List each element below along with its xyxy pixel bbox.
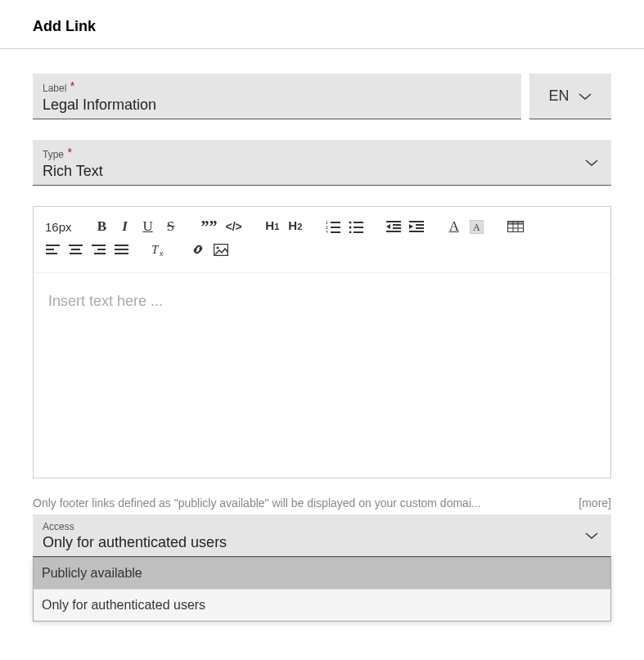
svg-text:x: x (160, 249, 164, 257)
dialog-title: Add Link (33, 18, 611, 35)
clear-format-icon[interactable]: T x (151, 241, 168, 258)
link-icon[interactable] (191, 241, 205, 258)
heading1-icon[interactable]: H1 (265, 218, 280, 235)
svg-point-10 (349, 231, 351, 234)
editor-textarea[interactable]: Insert text here ... (34, 273, 610, 478)
text-color-icon[interactable]: A (447, 218, 462, 235)
heading2-icon[interactable]: H2 (288, 218, 303, 235)
dialog-content: Label * Legal Information EN Type * Rich… (0, 49, 644, 630)
type-select[interactable]: Type * Rich Text (33, 140, 611, 186)
code-icon[interactable]: </> (226, 218, 242, 235)
quote-icon[interactable]: ”” (201, 218, 218, 235)
editor-placeholder: Insert text here ... (48, 293, 596, 310)
strikethrough-icon[interactable]: S (164, 218, 178, 235)
ordered-list-icon[interactable]: 1 2 3 (326, 218, 340, 235)
hint-text: Only footer links defined as "publicly a… (33, 496, 574, 510)
svg-marker-16 (386, 224, 390, 229)
editor-toolbar: 16px B I U S ”” </> H1 H2 1 (34, 207, 610, 273)
svg-text:3: 3 (326, 230, 328, 233)
align-justify-icon[interactable] (114, 241, 128, 258)
dialog-header: Add Link (0, 0, 644, 49)
align-left-icon[interactable] (45, 241, 60, 258)
access-select[interactable]: Access Only for authenticated users (33, 514, 611, 557)
label-field[interactable]: Label * Legal Information (33, 74, 521, 119)
outdent-icon[interactable] (386, 218, 401, 235)
svg-point-6 (349, 222, 351, 224)
access-field-value: Only for authenticated users (43, 532, 601, 551)
required-asterisk: * (70, 79, 74, 92)
table-icon[interactable] (507, 218, 524, 235)
type-field-caption: Type * (43, 146, 601, 161)
align-center-icon[interactable] (68, 241, 83, 258)
font-size-select[interactable]: 16px (45, 218, 72, 235)
highlight-icon[interactable]: A (470, 218, 484, 235)
svg-point-45 (217, 246, 219, 249)
svg-point-8 (349, 227, 351, 229)
chevron-down-icon (578, 92, 592, 101)
label-row: Label * Legal Information EN (33, 74, 611, 119)
required-asterisk: * (67, 146, 71, 159)
rich-text-editor: 16px B I U S ”” </> H1 H2 1 (33, 206, 611, 478)
svg-text:T: T (151, 243, 160, 256)
type-field-value: Rich Text (43, 161, 601, 180)
svg-marker-21 (409, 224, 413, 229)
image-icon[interactable] (214, 241, 228, 258)
chevron-down-icon (584, 159, 599, 167)
access-option-auth[interactable]: Only for authenticated users (34, 590, 610, 621)
type-row: Type * Rich Text (33, 140, 611, 186)
hint-row: Only footer links defined as "publicly a… (33, 496, 611, 510)
label-field-value: Legal Information (43, 95, 511, 114)
language-select[interactable]: EN (529, 74, 611, 119)
access-field-caption: Access (43, 521, 601, 532)
more-link[interactable]: [more] (579, 496, 611, 510)
access-dropdown: Publicly available Only for authenticate… (33, 557, 611, 622)
italic-icon[interactable]: I (118, 218, 133, 235)
unordered-list-icon[interactable] (349, 218, 363, 235)
align-right-icon[interactable] (91, 241, 106, 258)
language-value: EN (548, 88, 569, 105)
bold-icon[interactable]: B (95, 218, 110, 235)
indent-icon[interactable] (409, 218, 424, 235)
label-field-caption: Label * (43, 80, 511, 95)
chevron-down-icon (584, 532, 599, 540)
access-option-public[interactable]: Publicly available (34, 558, 610, 590)
underline-icon[interactable]: U (141, 218, 155, 235)
svg-text:A: A (473, 222, 480, 233)
svg-rect-29 (507, 221, 524, 224)
